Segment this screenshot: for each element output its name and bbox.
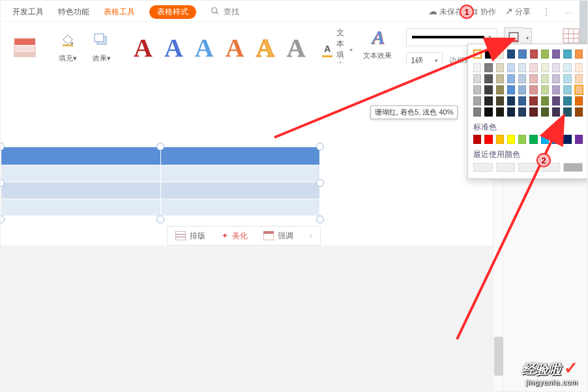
color-swatch[interactable] xyxy=(552,74,560,83)
color-swatch[interactable] xyxy=(496,107,504,117)
color-swatch[interactable] xyxy=(484,63,492,72)
color-swatch[interactable] xyxy=(563,85,571,94)
wordart-preset-6[interactable]: A xyxy=(282,33,309,63)
color-swatch[interactable] xyxy=(473,96,481,105)
color-swatch[interactable] xyxy=(507,63,515,72)
color-swatch[interactable] xyxy=(518,49,526,59)
color-swatch[interactable] xyxy=(575,85,583,94)
color-swatch[interactable] xyxy=(518,107,526,117)
resize-handle[interactable] xyxy=(316,179,324,187)
color-swatch[interactable] xyxy=(541,96,549,105)
resize-handle[interactable] xyxy=(316,216,324,223)
recent-color-swatch[interactable] xyxy=(518,163,538,172)
color-swatch[interactable] xyxy=(485,49,493,59)
color-swatch[interactable] xyxy=(496,63,504,72)
color-swatch[interactable] xyxy=(563,107,571,117)
table-style-preset[interactable] xyxy=(10,38,40,57)
color-swatch[interactable] xyxy=(507,107,515,117)
color-swatch[interactable] xyxy=(507,135,515,144)
mini-layout-button[interactable]: 排版 xyxy=(175,231,205,242)
color-swatch[interactable] xyxy=(529,63,537,72)
color-swatch[interactable] xyxy=(529,96,537,105)
color-swatch[interactable] xyxy=(552,96,560,105)
more-menu[interactable]: ⋮ xyxy=(540,7,553,16)
color-swatch[interactable] xyxy=(496,96,504,105)
color-swatch[interactable] xyxy=(552,107,560,117)
color-swatch[interactable] xyxy=(518,96,526,105)
color-swatch[interactable] xyxy=(575,107,583,117)
search-button[interactable]: 查找 xyxy=(211,7,239,18)
color-swatch[interactable] xyxy=(575,74,583,83)
color-swatch[interactable] xyxy=(563,74,571,83)
mini-beautify-button[interactable]: ✦美化 xyxy=(222,231,248,242)
collapse-ribbon[interactable]: ︿ xyxy=(562,5,576,19)
color-swatch[interactable] xyxy=(473,49,482,59)
color-swatch[interactable] xyxy=(473,135,481,144)
share-button[interactable]: ↗ 分享 xyxy=(505,6,531,18)
wordart-preset-5[interactable]: A xyxy=(252,33,279,63)
color-swatch[interactable] xyxy=(518,135,526,144)
color-swatch[interactable] xyxy=(575,135,583,144)
tab-table-style[interactable]: 表格样式 xyxy=(149,5,196,19)
color-swatch[interactable] xyxy=(484,135,492,144)
color-swatch[interactable] xyxy=(473,85,481,94)
selected-table[interactable] xyxy=(1,147,320,216)
collab-button[interactable]: ⍺ 协作 xyxy=(472,6,495,18)
color-swatch[interactable] xyxy=(552,63,560,72)
color-swatch[interactable] xyxy=(484,96,492,105)
color-swatch[interactable] xyxy=(507,49,515,59)
recent-color-swatch[interactable] xyxy=(473,163,493,172)
color-swatch[interactable] xyxy=(530,49,538,59)
wordart-gallery[interactable]: A A A A A A xyxy=(126,27,313,68)
color-swatch[interactable] xyxy=(541,107,549,117)
scrollbar-thumb[interactable] xyxy=(494,337,503,376)
recent-color-swatch[interactable] xyxy=(563,163,583,172)
wordart-preset-2[interactable]: A xyxy=(160,33,187,63)
color-swatch[interactable] xyxy=(541,49,549,59)
mini-emphasis-button[interactable]: 强调 xyxy=(263,231,293,242)
color-swatch[interactable] xyxy=(473,74,481,83)
color-swatch[interactable] xyxy=(507,74,515,83)
color-swatch[interactable] xyxy=(529,74,537,83)
color-swatch[interactable] xyxy=(529,135,537,144)
color-swatch[interactable] xyxy=(484,107,492,117)
color-swatch[interactable] xyxy=(563,49,571,59)
tab-special[interactable]: 特色功能 xyxy=(58,7,89,18)
color-swatch[interactable] xyxy=(529,85,537,94)
chevron-right-icon[interactable]: › xyxy=(310,231,312,240)
fill-button[interactable]: 填充▾ xyxy=(53,33,83,63)
color-swatch[interactable] xyxy=(529,107,537,117)
color-swatch[interactable] xyxy=(507,96,515,105)
resize-handle[interactable] xyxy=(156,143,164,150)
color-swatch[interactable] xyxy=(507,85,515,94)
cloud-unsaved[interactable]: ☁ 未保存 xyxy=(428,6,463,18)
color-swatch[interactable] xyxy=(496,49,504,59)
color-swatch[interactable] xyxy=(575,49,583,59)
color-swatch[interactable] xyxy=(484,74,492,83)
color-swatch[interactable] xyxy=(541,74,549,83)
resize-handle[interactable] xyxy=(156,216,164,223)
color-swatch[interactable] xyxy=(575,63,583,72)
color-swatch[interactable] xyxy=(518,63,526,72)
wordart-preset-1[interactable]: A xyxy=(130,33,156,63)
color-swatch[interactable] xyxy=(541,85,549,94)
color-swatch[interactable] xyxy=(496,135,504,144)
recent-color-swatch[interactable] xyxy=(496,163,516,172)
effect-button[interactable]: 效果▾ xyxy=(87,33,117,63)
wordart-preset-4[interactable]: A xyxy=(222,33,248,63)
tab-dev[interactable]: 开发工具 xyxy=(12,7,44,18)
color-swatch[interactable] xyxy=(496,85,504,94)
color-swatch[interactable] xyxy=(473,107,481,117)
color-swatch[interactable] xyxy=(541,63,549,72)
tab-table-tools[interactable]: 表格工具 xyxy=(104,7,135,18)
color-swatch[interactable] xyxy=(563,63,571,72)
color-swatch[interactable] xyxy=(552,85,560,94)
color-swatch[interactable] xyxy=(575,96,583,105)
color-swatch[interactable] xyxy=(484,85,492,94)
color-swatch[interactable] xyxy=(518,74,526,83)
color-swatch[interactable] xyxy=(518,85,526,94)
wordart-preset-3[interactable]: A xyxy=(191,33,218,63)
color-swatch[interactable] xyxy=(563,135,571,144)
color-swatch[interactable] xyxy=(473,63,481,72)
resize-handle[interactable] xyxy=(316,143,324,150)
